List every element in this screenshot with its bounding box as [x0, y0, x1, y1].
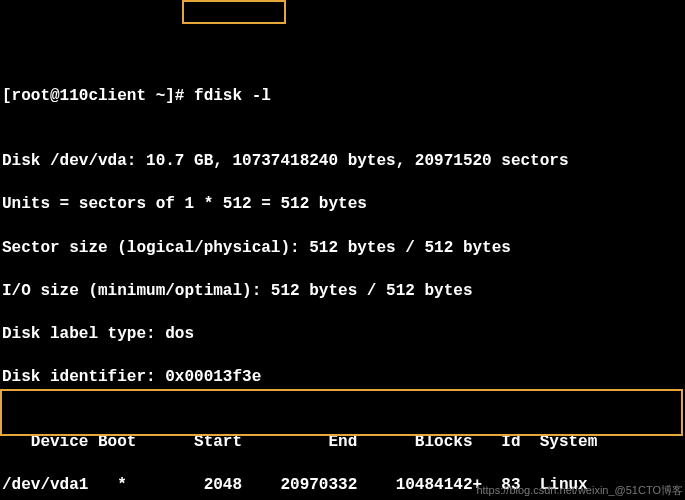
disk-a-io: I/O size (minimum/optimal): 512 bytes / … [2, 281, 685, 303]
highlight-command [182, 0, 286, 24]
disk-a-units: Units = sectors of 1 * 512 = 512 bytes [2, 194, 685, 216]
shell-prompt: [root@110client ~]# [2, 87, 194, 105]
highlight-partition-row [0, 389, 683, 436]
disk-a-header: Disk /dev/vda: 10.7 GB, 10737418240 byte… [2, 151, 685, 173]
disk-a-ident: Disk identifier: 0x00013f3e [2, 367, 685, 389]
disk-a-sector: Sector size (logical/physical): 512 byte… [2, 238, 685, 260]
watermark-text: https://blog.csdn.net/weixin_@51CTO博客 [476, 483, 683, 498]
command-text: fdisk -l [194, 87, 271, 105]
disk-a-label: Disk label type: dos [2, 324, 685, 346]
prompt-line: [root@110client ~]# fdisk -l [2, 86, 685, 108]
